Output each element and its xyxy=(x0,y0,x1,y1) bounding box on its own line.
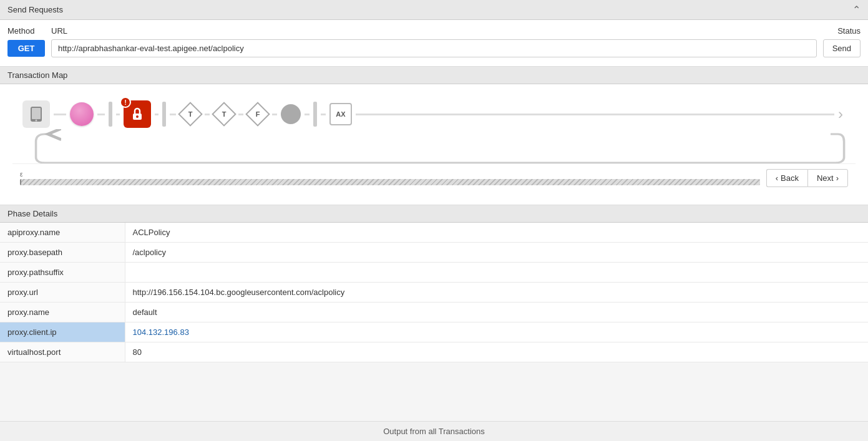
back-button[interactable]: ‹ Back xyxy=(766,169,807,187)
method-col-header: Method xyxy=(7,26,45,36)
transaction-map-section: Transaction Map xyxy=(0,67,868,205)
ax-node[interactable]: AX xyxy=(329,103,352,125)
url-input[interactable] xyxy=(51,39,817,57)
phase-key: proxy.client.ip xyxy=(0,322,125,342)
phase-details-header: Phase Details xyxy=(0,205,868,223)
timeline-bar xyxy=(20,179,760,185)
next-label: Next xyxy=(817,173,834,183)
next-button[interactable]: Next › xyxy=(807,169,848,187)
svg-point-2 xyxy=(36,120,37,122)
separator-2 xyxy=(162,102,166,127)
diamond-f-node[interactable]: F xyxy=(247,104,268,125)
svg-rect-1 xyxy=(32,108,41,119)
phase-key: proxy.pathsuffix xyxy=(0,263,125,283)
line-segment-11 xyxy=(356,114,834,115)
send-requests-section: Send Requests ⌃ Method URL Status GET Se… xyxy=(0,0,868,67)
phase-value: /aclpolicy xyxy=(125,243,868,263)
phase-value: ACLPolicy xyxy=(125,223,868,243)
send-requests-header: Send Requests ⌃ xyxy=(0,0,868,20)
svg-point-4 xyxy=(136,115,139,118)
back-label: Back xyxy=(781,173,799,183)
lock-node-wrapper[interactable]: ! xyxy=(124,100,151,128)
collapse-button[interactable]: ⌃ xyxy=(852,4,861,16)
pipeline-container: ! xyxy=(12,94,856,163)
phase-key: virtualhost.port xyxy=(0,342,125,362)
line-segment-3 xyxy=(116,114,120,115)
table-row: proxy.client.ip 104.132.196.83 xyxy=(0,322,868,342)
phase-value: 80 xyxy=(125,342,868,362)
line-segment-4 xyxy=(155,114,158,115)
line-segment-6 xyxy=(205,114,210,115)
return-arrow-container xyxy=(22,129,846,163)
status-col-header: Status xyxy=(837,26,861,36)
line-segment-1 xyxy=(54,114,66,115)
line-segment-9 xyxy=(305,114,310,115)
line-segment-8 xyxy=(272,114,277,115)
phase-key: apiproxy.name xyxy=(0,223,125,243)
timeline-section: ε ‹ Back Next › xyxy=(12,163,856,195)
phone-node[interactable] xyxy=(22,100,50,128)
table-row: apiproxy.name ACLPolicy xyxy=(0,223,868,243)
line-segment-10 xyxy=(321,114,326,115)
next-chevron-icon: › xyxy=(836,173,839,183)
timeline-wrapper: ε xyxy=(20,171,760,185)
send-button[interactable]: Send xyxy=(823,39,861,57)
back-chevron-icon: ‹ xyxy=(776,173,778,183)
table-row: proxy.url http://196.156.154.104.bc.goog… xyxy=(0,283,868,303)
line-segment-7 xyxy=(238,114,243,115)
phase-value xyxy=(125,263,868,283)
line-segment-2 xyxy=(97,114,105,115)
phase-details-section: Phase Details apiproxy.name ACLPolicy pr… xyxy=(0,205,868,362)
phase-key: proxy.name xyxy=(0,303,125,322)
output-footer: Output from all Transactions xyxy=(0,421,868,441)
error-badge: ! xyxy=(120,97,131,108)
phase-details-title: Phase Details xyxy=(7,209,57,218)
diamond-t1-node[interactable]: T xyxy=(180,104,201,125)
get-method-button[interactable]: GET xyxy=(7,40,45,57)
line-segment-5 xyxy=(170,114,176,115)
phase-key: proxy.url xyxy=(0,283,125,303)
gray-circle-node[interactable] xyxy=(281,104,301,124)
phase-value: 104.132.196.83 xyxy=(125,322,868,342)
table-row: virtualhost.port 80 xyxy=(0,342,868,362)
diamond-t2-node[interactable]: T xyxy=(213,104,235,125)
transaction-map-title: Transaction Map xyxy=(7,70,67,80)
output-footer-text: Output from all Transactions xyxy=(383,427,485,436)
table-row: proxy.basepath /aclpolicy xyxy=(0,243,868,263)
phase-details-table: apiproxy.name ACLPolicy proxy.basepath /… xyxy=(0,223,868,362)
timeline-epsilon-label: ε xyxy=(20,171,760,178)
return-arrow-svg xyxy=(22,129,846,163)
phase-value: default xyxy=(125,303,868,322)
arrow-right-icon: › xyxy=(838,105,843,123)
separator-3 xyxy=(313,102,317,127)
table-row: proxy.name default xyxy=(0,303,868,322)
url-col-header: URL xyxy=(51,26,67,36)
nav-buttons-group: ‹ Back Next › xyxy=(766,169,848,187)
pink-circle-node[interactable] xyxy=(70,102,94,126)
pipeline-nodes-row: ! xyxy=(22,100,846,128)
phase-key: proxy.basepath xyxy=(0,243,125,263)
transaction-map-header: Transaction Map xyxy=(0,67,868,84)
table-row: proxy.pathsuffix xyxy=(0,263,868,283)
phase-value: http://196.156.154.104.bc.googleusercont… xyxy=(125,283,868,303)
separator-1 xyxy=(109,102,112,127)
send-requests-title: Send Requests xyxy=(7,5,63,14)
